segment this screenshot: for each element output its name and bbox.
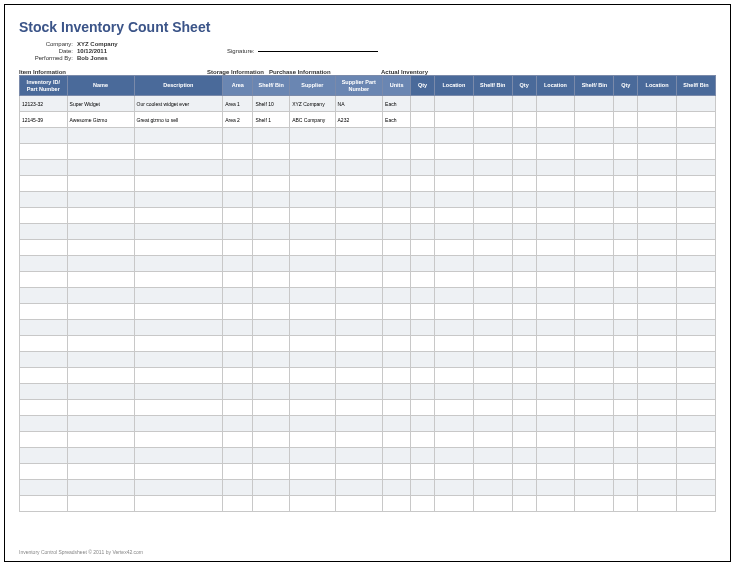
table-cell xyxy=(223,384,253,400)
table-cell xyxy=(20,128,68,144)
table-row xyxy=(20,272,716,288)
table-cell xyxy=(473,192,512,208)
table-cell xyxy=(512,96,536,112)
table-cell xyxy=(67,240,134,256)
table-cell xyxy=(223,480,253,496)
table-cell xyxy=(411,416,435,432)
table-cell xyxy=(223,352,253,368)
table-cell xyxy=(512,416,536,432)
table-cell xyxy=(383,144,411,160)
table-cell xyxy=(473,208,512,224)
table-cell xyxy=(536,304,575,320)
table-cell xyxy=(253,384,290,400)
table-cell xyxy=(575,496,614,512)
table-cell xyxy=(253,448,290,464)
table-cell: Shelf 10 xyxy=(253,96,290,112)
table-cell xyxy=(20,336,68,352)
section-item: Item Information xyxy=(19,69,207,75)
table-cell xyxy=(411,112,435,128)
table-cell: Our coolest widget ever xyxy=(134,96,223,112)
table-cell xyxy=(411,432,435,448)
table-cell xyxy=(411,224,435,240)
table-cell: XYZ Company xyxy=(290,96,335,112)
table-cell xyxy=(434,400,473,416)
table-cell xyxy=(677,96,716,112)
table-cell xyxy=(383,400,411,416)
table-cell xyxy=(575,336,614,352)
table-cell xyxy=(335,304,383,320)
table-cell: A232 xyxy=(335,112,383,128)
table-cell xyxy=(575,256,614,272)
table-cell xyxy=(512,304,536,320)
table-cell xyxy=(614,112,638,128)
table-cell xyxy=(473,448,512,464)
footer-text: Inventory Control Spreadsheet © 2011 by … xyxy=(19,549,143,555)
table-cell: Area 1 xyxy=(223,96,253,112)
table-cell xyxy=(67,416,134,432)
company-value: XYZ Company xyxy=(77,41,118,47)
table-cell xyxy=(223,416,253,432)
table-cell xyxy=(677,192,716,208)
table-cell xyxy=(473,224,512,240)
table-cell xyxy=(512,160,536,176)
table-row xyxy=(20,320,716,336)
table-cell xyxy=(575,400,614,416)
table-cell xyxy=(677,288,716,304)
table-cell xyxy=(383,448,411,464)
table-cell xyxy=(67,208,134,224)
table-cell xyxy=(134,176,223,192)
table-cell xyxy=(383,464,411,480)
th-shelf: Shelf/ Bin xyxy=(253,76,290,96)
table-cell xyxy=(536,464,575,480)
table-cell xyxy=(411,160,435,176)
table-cell xyxy=(335,160,383,176)
table-cell xyxy=(614,448,638,464)
table-cell xyxy=(383,256,411,272)
table-cell xyxy=(638,336,677,352)
table-cell xyxy=(638,464,677,480)
table-cell xyxy=(20,368,68,384)
table-cell xyxy=(677,160,716,176)
table-cell xyxy=(411,192,435,208)
table-row xyxy=(20,208,716,224)
table-row xyxy=(20,240,716,256)
table-cell xyxy=(677,368,716,384)
table-row xyxy=(20,400,716,416)
table-row xyxy=(20,224,716,240)
table-cell xyxy=(223,336,253,352)
table-cell xyxy=(411,96,435,112)
table-cell xyxy=(290,272,335,288)
table-cell xyxy=(512,176,536,192)
table-cell xyxy=(383,176,411,192)
table-cell xyxy=(434,432,473,448)
table-cell xyxy=(614,240,638,256)
table-cell xyxy=(134,256,223,272)
table-cell xyxy=(473,128,512,144)
table-cell xyxy=(134,368,223,384)
table-cell xyxy=(253,288,290,304)
table-row xyxy=(20,192,716,208)
table-cell xyxy=(473,352,512,368)
table-cell xyxy=(134,384,223,400)
table-cell xyxy=(253,192,290,208)
table-cell xyxy=(614,192,638,208)
table-row xyxy=(20,464,716,480)
table-cell xyxy=(290,128,335,144)
table-cell xyxy=(290,464,335,480)
table-cell xyxy=(638,304,677,320)
th-inv-id: Inventory ID/ Part Number xyxy=(20,76,68,96)
table-cell xyxy=(434,160,473,176)
table-cell xyxy=(411,288,435,304)
table-cell xyxy=(614,304,638,320)
table-cell xyxy=(253,256,290,272)
table-cell xyxy=(223,128,253,144)
table-cell xyxy=(335,224,383,240)
table-row: 12145-39Awesome GizmoGreat gizmo to sell… xyxy=(20,112,716,128)
table-cell xyxy=(536,352,575,368)
table-cell xyxy=(383,368,411,384)
table-cell xyxy=(290,352,335,368)
table-cell xyxy=(67,352,134,368)
table-cell xyxy=(335,192,383,208)
table-cell xyxy=(20,224,68,240)
table-cell xyxy=(253,416,290,432)
